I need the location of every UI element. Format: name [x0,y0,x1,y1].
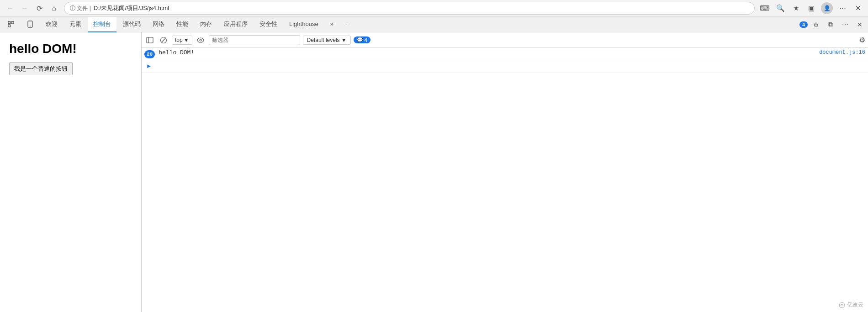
console-toolbar: top ▼ Default levels ▼ 💬 4 ⚙ [142,32,868,48]
svg-point-10 [200,39,201,41]
message-count-badge: 20 [144,50,155,58]
log-levels-selector[interactable]: Default levels ▼ [303,36,351,45]
tab-sources[interactable]: 源代码 [117,17,146,32]
eye-button[interactable] [195,35,206,46]
watermark: 亿速云 [838,301,863,309]
home-button[interactable]: ⌂ [48,2,60,15]
tab-memory[interactable]: 内存 [195,17,217,32]
forward-button[interactable]: → [18,2,31,15]
address-bar[interactable]: ⓘ 文件 | D:/未见花闻/项目/JS/js4.html [64,2,755,15]
refresh-button[interactable]: ⟳ [33,2,46,15]
profile-button[interactable]: 👤 [820,2,833,15]
tab-welcome[interactable]: 欢迎 [40,17,63,32]
zoom-button[interactable]: 🔍 [774,2,787,15]
back-button[interactable]: ← [4,2,16,15]
tab-elements[interactable]: 元素 [64,17,87,32]
tab-security[interactable]: 安全性 [254,17,283,32]
tab-more[interactable]: » [325,17,339,32]
main-layout: hello DOM! 我是一个普通的按钮 top ▼ Default level… [0,32,868,312]
address-url: D:/未见花闻/项目/JS/js4.html [94,4,749,12]
svg-point-11 [839,302,845,308]
page-demo-button[interactable]: 我是一个普通的按钮 [9,62,73,75]
tab-add[interactable]: + [340,17,355,32]
close-panel-button[interactable]: ✕ [853,18,866,31]
tab-device[interactable] [21,17,39,32]
svg-point-9 [197,38,204,42]
context-label: top [175,37,183,43]
log-levels-arrow: ▼ [341,37,347,43]
expand-icon[interactable]: ► [144,62,153,71]
tab-application[interactable]: 应用程序 [218,17,253,32]
tab-network[interactable]: 网络 [147,17,170,32]
console-settings-icon[interactable]: ⚙ [859,36,865,44]
console-message-count: 💬 4 [354,36,370,43]
console-message-text: hello DOM! [159,49,819,56]
tab-performance[interactable]: 性能 [171,17,194,32]
tab-console[interactable]: 控制台 [88,17,116,32]
tab-inspect[interactable] [2,17,20,32]
svg-line-8 [161,38,166,42]
translate-button[interactable]: ⌨ [758,2,771,15]
sidebar-toggle-button[interactable] [144,35,155,46]
log-levels-label: Default levels [307,37,340,43]
filter-input[interactable] [209,35,300,45]
console-row: 20 hello DOM! document.js:16 [142,48,868,60]
more-devtools-button[interactable]: ⋯ [839,18,852,31]
collections-button[interactable]: ▣ [805,2,818,15]
svg-rect-0 [8,21,11,24]
svg-rect-1 [11,21,14,24]
console-expand-row[interactable]: ► [142,60,868,73]
watermark-icon [838,302,846,309]
settings-button[interactable]: ⚙ [810,18,822,31]
context-selector[interactable]: top ▼ [172,36,192,45]
page-preview: hello DOM! 我是一个普通的按钮 [0,32,142,312]
avatar: 👤 [821,2,833,14]
more-button[interactable]: ⋯ [836,2,849,15]
message-badge: 4 [799,21,808,28]
devtools-tab-bar: 欢迎 元素 控制台 源代码 网络 性能 内存 应用程序 安全性 Lighthou… [0,17,868,32]
console-output: 20 hello DOM! document.js:16 ► [142,48,868,312]
svg-rect-5 [147,37,153,43]
dock-button[interactable]: ⧉ [824,18,837,31]
clear-console-button[interactable] [158,35,169,46]
tab-lighthouse[interactable]: Lighthouse [284,17,324,32]
page-heading: hello DOM! [9,42,132,56]
star-button[interactable]: ★ [789,2,802,15]
context-arrow: ▼ [184,37,189,43]
svg-rect-2 [8,25,11,27]
console-source-link[interactable]: document.js:16 [819,49,865,56]
close-devtools-button[interactable]: ✕ [852,2,864,15]
address-info-icon: ⓘ 文件 | [70,5,91,12]
console-panel: top ▼ Default levels ▼ 💬 4 ⚙ 20 he [142,32,868,312]
message-icon: 💬 [357,37,363,43]
